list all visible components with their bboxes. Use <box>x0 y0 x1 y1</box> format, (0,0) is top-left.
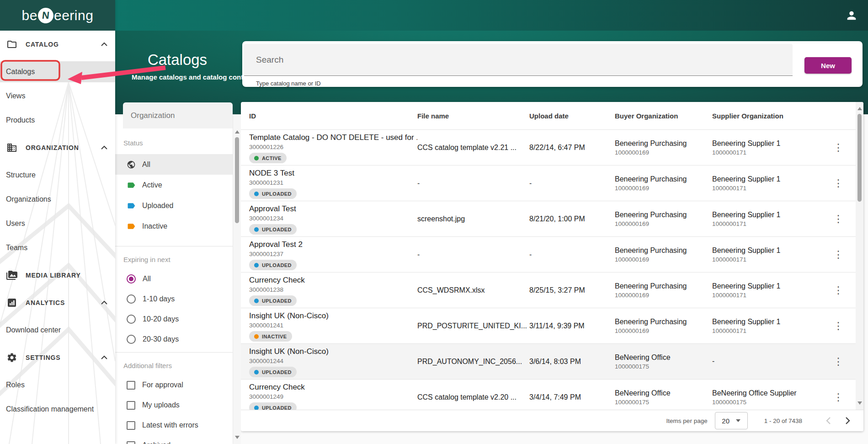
buyer-organization-cell: BeNeering Office 1000000175 <box>615 353 712 370</box>
sidebar-item-teams[interactable]: Teams <box>0 237 115 258</box>
status-option-active[interactable]: Active <box>115 175 233 195</box>
sidebar-item-products[interactable]: Products <box>0 110 115 131</box>
column-header-id: ID <box>249 112 417 120</box>
table-row[interactable]: Currency Check 3000001238 UPLOADED CCS_W… <box>241 273 863 308</box>
status-option-all[interactable]: All <box>115 154 233 175</box>
filter-scrollbar[interactable] <box>233 114 241 444</box>
sidebar-section-media-library[interactable]: MEDIA LIBRARY <box>0 262 115 289</box>
row-menu-button[interactable]: ⋮ <box>833 286 844 295</box>
search-input[interactable] <box>244 44 793 76</box>
table-row[interactable]: Insight UK (Non-Cisco) 3000001241 INACTI… <box>241 308 863 344</box>
filter-scrollbar-thumb[interactable] <box>235 137 239 223</box>
sidebar-section-settings[interactable]: SETTINGS <box>0 344 115 371</box>
supplier-organization-cell: - <box>712 357 836 367</box>
chevron-up-icon <box>101 300 108 305</box>
buyer-organization-cell: Beneering Purchasing 1000000169 <box>615 139 712 156</box>
sidebar-item-label: Products <box>6 116 35 124</box>
filter-archived[interactable]: Archived <box>115 435 233 444</box>
table-row[interactable]: Template Catalog - DO NOT DELETE - used … <box>241 130 863 166</box>
status-dot-icon <box>254 156 259 160</box>
user-account-button[interactable] <box>845 9 858 22</box>
sidebar-section-label: CATALOG <box>26 41 101 48</box>
table-row[interactable]: Approval Test 2 3000001237 UPLOADED - - … <box>241 237 863 273</box>
table-row[interactable]: NODE 3 Test 3000001231 UPLOADED - - Bene… <box>241 166 863 201</box>
sidebar-nav: CATALOG Catalogs Views Products ORGANIZA… <box>0 31 115 420</box>
sidebar-section-analytics[interactable]: ANALYTICS <box>0 289 115 316</box>
brand-logo: be N eering <box>22 8 94 23</box>
page-size-value: 20 <box>722 417 730 425</box>
status-dot-icon <box>254 370 259 374</box>
table-scrollbar[interactable] <box>856 102 863 410</box>
catalog-name: Approval Test <box>249 204 417 214</box>
pagination-bar: Items per page 20 1 - 20 of 7438 <box>241 410 863 431</box>
status-badge: ACTIVE <box>249 153 287 163</box>
sidebar-section-organization[interactable]: ORGANIZATION <box>0 134 115 161</box>
status-dot-icon <box>254 406 259 410</box>
scroll-up-arrow-icon[interactable] <box>233 128 241 135</box>
expiring-filter-list: All 1-10 days 10-20 days 20-30 days <box>115 269 233 349</box>
sidebar-item-users[interactable]: Users <box>0 213 115 234</box>
checkbox-label: Archived <box>142 441 170 444</box>
row-menu-button[interactable]: ⋮ <box>833 143 844 152</box>
status-option-inactive[interactable]: Inactive <box>115 216 233 236</box>
search-hint: Type catalog name or ID <box>256 80 321 87</box>
radio-label: 10-20 days <box>143 315 179 323</box>
table-row[interactable]: Insight UK (Non-Cisco) 3000001244 UPLOAD… <box>241 344 863 380</box>
organization-filter-input[interactable] <box>123 102 233 128</box>
row-menu-button[interactable]: ⋮ <box>833 250 844 259</box>
sidebar-item-catalogs[interactable]: Catalogs <box>0 61 115 82</box>
row-menu-button[interactable]: ⋮ <box>833 214 844 224</box>
scroll-up-arrow-icon[interactable] <box>856 105 863 112</box>
previous-page-button[interactable] <box>822 415 834 427</box>
expiring-option-20-30[interactable]: 20-30 days <box>115 329 233 349</box>
status-option-uploaded[interactable]: Uploaded <box>115 195 233 216</box>
expiring-option-all[interactable]: All <box>115 269 233 289</box>
table-row[interactable]: Approval Test 3000001234 UPLOADED screen… <box>241 201 863 237</box>
radio-label: 20-30 days <box>143 335 179 343</box>
filter-latest-with-errors[interactable]: Latest with errors <box>115 415 233 435</box>
items-per-page-label: Items per page <box>666 417 708 424</box>
buyer-organization-cell: Beneering Purchasing 1000000169 <box>615 318 712 334</box>
radio-label: All <box>143 275 151 283</box>
file-name-cell: - <box>417 179 529 187</box>
logo-block: be N eering <box>0 0 115 31</box>
expiring-option-1-10[interactable]: 1-10 days <box>115 289 233 309</box>
row-menu-button[interactable]: ⋮ <box>833 179 844 188</box>
sidebar-item-organizations[interactable]: Organizations <box>0 189 115 210</box>
catalog-id: 3000001226 <box>249 144 417 150</box>
status-option-label: All <box>142 160 150 169</box>
sidebar-item-views[interactable]: Views <box>0 86 115 107</box>
status-badge: UPLOADED <box>249 188 297 199</box>
top-app-bar <box>0 0 868 31</box>
scroll-down-arrow-icon[interactable] <box>233 433 241 441</box>
filter-for-approval[interactable]: For approval <box>115 375 233 395</box>
checkbox-label: My uploads <box>142 401 180 409</box>
row-menu-button[interactable]: ⋮ <box>833 393 844 402</box>
sidebar-item-roles[interactable]: Roles <box>0 374 115 396</box>
page-size-select[interactable]: 20 <box>715 412 748 429</box>
status-badge-label: INACTIVE <box>262 334 287 339</box>
next-page-button[interactable] <box>841 415 853 427</box>
sidebar-item-label: Teams <box>6 244 27 252</box>
sidebar-item-download-center[interactable]: Download center <box>0 320 115 341</box>
sidebar-item-structure[interactable]: Structure <box>0 165 115 186</box>
additional-filters-list: For approval My uploads Latest with erro… <box>115 375 233 444</box>
sidebar-item-label: Classification management <box>6 405 94 413</box>
sidebar-item-classification-management[interactable]: Classification management <box>0 399 115 420</box>
folder-icon <box>6 39 17 50</box>
expiring-option-10-20[interactable]: 10-20 days <box>115 309 233 329</box>
sidebar-section-catalog[interactable]: CATALOG <box>0 31 115 58</box>
table-scrollbar-thumb[interactable] <box>857 114 862 202</box>
catalog-id: 3000001234 <box>249 215 417 222</box>
scroll-down-arrow-icon[interactable] <box>856 399 863 407</box>
chevron-left-icon <box>826 417 831 425</box>
catalog-name: Approval Test 2 <box>249 240 417 249</box>
row-menu-button[interactable]: ⋮ <box>833 321 844 331</box>
new-catalog-button[interactable]: New <box>804 57 852 74</box>
sidebar-item-label: Views <box>6 92 25 100</box>
filter-my-uploads[interactable]: My uploads <box>115 395 233 415</box>
catalog-id: 3000001241 <box>249 322 417 329</box>
row-menu-button[interactable]: ⋮ <box>833 357 844 366</box>
additional-filters-label: Additional filters <box>115 362 233 369</box>
catalog-name-cell: Insight UK (Non-Cisco) 3000001244 UPLOAD… <box>249 344 417 380</box>
